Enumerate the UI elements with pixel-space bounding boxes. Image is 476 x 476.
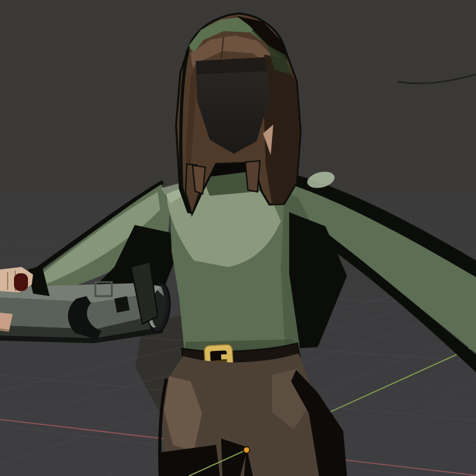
hair-strand: [193, 165, 205, 194]
hair-strand: [245, 161, 260, 192]
viewport-3d[interactable]: [0, 0, 476, 476]
grip-end: [14, 273, 28, 291]
origin-point[interactable]: [243, 447, 250, 453]
viewport-canvas[interactable]: [0, 0, 476, 476]
